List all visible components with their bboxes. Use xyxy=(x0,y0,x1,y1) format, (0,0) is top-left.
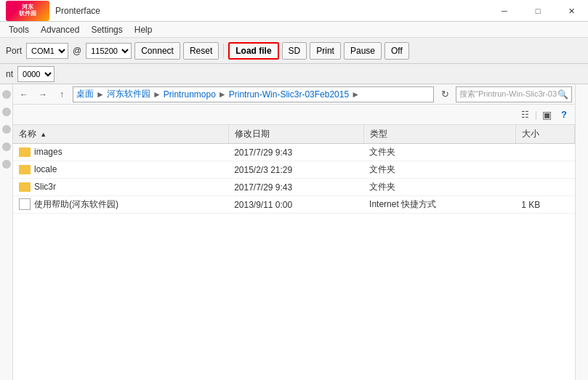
col-type[interactable]: 类型 xyxy=(363,125,515,144)
col-date[interactable]: 修改日期 xyxy=(228,125,363,144)
breadcrumb: 桌面 ► 河东软件园 ► Printrunmopo ► Printrun-Win… xyxy=(73,86,434,102)
file-date: 2017/7/29 9:43 xyxy=(228,179,363,196)
port-select[interactable]: COM1 xyxy=(26,43,68,59)
file-size xyxy=(515,161,574,179)
connect-button[interactable]: Connect xyxy=(134,42,180,60)
search-box[interactable]: 搜索"Printrun-Win-Slic3r-03... 🔍 xyxy=(456,86,572,102)
pin-icon-3[interactable] xyxy=(2,125,11,134)
file-browser: ← → ↑ 桌面 ► 河东软件园 ► Printrunmopo ► Printr… xyxy=(13,84,575,380)
toolbar: Port COM1 @ 115200 Connect Reset Load fi… xyxy=(0,38,588,64)
file-name-cell: locale xyxy=(13,161,228,179)
maximize-button[interactable]: □ xyxy=(521,0,555,22)
off-button[interactable]: Off xyxy=(384,42,409,60)
breadcrumb-printrun[interactable]: Printrun-Win-Slic3r-03Feb2015 xyxy=(229,89,349,100)
up-button[interactable]: ↑ xyxy=(54,86,70,102)
pin-icon-1[interactable] xyxy=(2,90,11,99)
app-title: Pronterface xyxy=(55,6,100,16)
folder-icon xyxy=(19,147,31,157)
file-type: 文件夹 xyxy=(363,161,515,179)
table-row[interactable]: 使用帮助(河东软件园)2013/9/11 0:00Internet 快捷方式1 … xyxy=(13,196,575,214)
folder-toolbar: ☷ | ▣ ? xyxy=(13,105,575,125)
at-label: @ xyxy=(71,46,83,56)
right-panel xyxy=(575,84,588,380)
left-sidebar xyxy=(0,84,13,380)
toolbar2: nt 0000 xyxy=(0,64,588,84)
file-type: 文件夹 xyxy=(363,179,515,196)
pin-icon-4[interactable] xyxy=(2,142,11,151)
pin-icon-5[interactable] xyxy=(2,160,11,169)
reset-button[interactable]: Reset xyxy=(183,42,219,60)
pause-button[interactable]: Pause xyxy=(344,42,382,60)
file-date: 2017/7/29 9:43 xyxy=(228,144,363,161)
pane-button[interactable]: ▣ xyxy=(539,107,555,123)
menu-tools[interactable]: Tools xyxy=(3,23,35,36)
load-file-button[interactable]: Load file xyxy=(228,42,278,60)
file-name-cell: Slic3r xyxy=(13,179,228,196)
port-label: Port xyxy=(4,46,23,56)
view-toggle-button[interactable]: ☷ xyxy=(517,107,533,123)
temp-select[interactable]: 0000 xyxy=(17,66,55,82)
titlebar: 河东软件园 Pronterface ─ □ ✕ xyxy=(0,0,588,22)
file-type: 文件夹 xyxy=(363,144,515,161)
breadcrumb-hedong[interactable]: 河东软件园 xyxy=(107,88,150,100)
help-icon-button[interactable]: ? xyxy=(556,107,572,123)
file-size: 1 KB xyxy=(515,196,574,214)
search-icon[interactable]: 🔍 xyxy=(557,89,568,100)
file-size xyxy=(515,179,574,196)
menu-settings[interactable]: Settings xyxy=(85,23,128,36)
pin-icon-2[interactable] xyxy=(2,108,11,116)
menu-advanced[interactable]: Advanced xyxy=(35,23,85,36)
col-name[interactable]: 名称 ▲ xyxy=(13,125,228,144)
address-bar: ← → ↑ 桌面 ► 河东软件园 ► Printrunmopo ► Printr… xyxy=(13,84,575,105)
sep-icon: | xyxy=(535,110,537,120)
app-logo: 河东软件园 xyxy=(6,1,49,21)
col-size[interactable]: 大小 xyxy=(515,125,574,144)
search-text: 搜索"Printrun-Win-Slic3r-03... xyxy=(459,89,557,100)
file-name-cell: images xyxy=(13,144,228,161)
file-name-cell: 使用帮助(河东软件园) xyxy=(13,196,228,214)
table-row[interactable]: images2017/7/29 9:43文件夹 xyxy=(13,144,575,161)
file-size xyxy=(515,144,574,161)
file-table: 名称 ▲ 修改日期 类型 大小 images2017/7/29 9:43文件夹l… xyxy=(13,125,575,214)
sort-arrow: ▲ xyxy=(40,131,47,138)
close-button[interactable]: ✕ xyxy=(555,0,588,22)
back-button[interactable]: ← xyxy=(16,86,32,102)
table-row[interactable]: Slic3r2017/7/29 9:43文件夹 xyxy=(13,179,575,196)
window-controls: ─ □ ✕ xyxy=(488,0,588,22)
main-area: ← → ↑ 桌面 ► 河东软件园 ► Printrunmopo ► Printr… xyxy=(0,84,588,380)
minimize-button[interactable]: ─ xyxy=(488,0,521,22)
menubar: Tools Advanced Settings Help xyxy=(0,22,588,38)
folder-icon xyxy=(19,182,31,192)
file-type: Internet 快捷方式 xyxy=(363,196,515,214)
file-date: 2013/9/11 0:00 xyxy=(228,196,363,214)
menu-help[interactable]: Help xyxy=(129,23,158,36)
nt-label: nt xyxy=(4,69,15,79)
file-icon xyxy=(19,198,31,210)
table-row[interactable]: locale2015/2/3 21:29文件夹 xyxy=(13,161,575,179)
print-button[interactable]: Print xyxy=(310,42,341,60)
toolbar-separator xyxy=(223,44,224,58)
file-date: 2015/2/3 21:29 xyxy=(228,161,363,179)
folder-icon xyxy=(19,165,31,174)
breadcrumb-desktop[interactable]: 桌面 xyxy=(76,88,94,100)
file-list: 名称 ▲ 修改日期 类型 大小 images2017/7/29 9:43文件夹l… xyxy=(13,125,575,380)
breadcrumb-printrunmopo[interactable]: Printrunmopo xyxy=(164,89,216,100)
refresh-button[interactable]: ↻ xyxy=(437,86,453,102)
baud-select[interactable]: 115200 xyxy=(86,43,132,59)
sd-button[interactable]: SD xyxy=(282,42,307,60)
forward-button[interactable]: → xyxy=(35,86,51,102)
